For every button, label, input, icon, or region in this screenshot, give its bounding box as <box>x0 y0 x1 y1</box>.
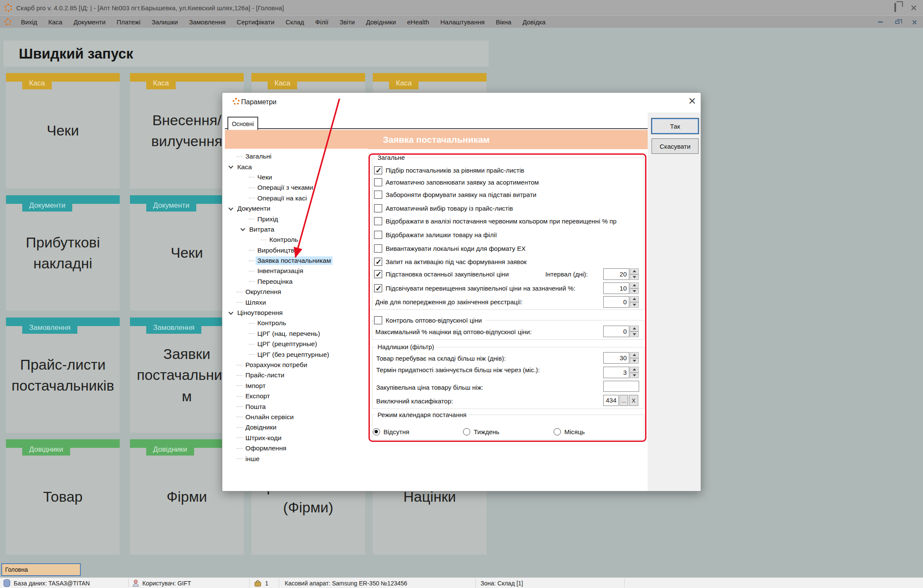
window-title: Скарб pro v. 4.0.2.85 [ІД: | - [Апт №003… <box>16 4 284 12</box>
mdi-restore-icon[interactable] <box>889 16 906 28</box>
user-icon <box>133 579 139 587</box>
tree-item-tsinoutvorennya[interactable]: Ціноутворення <box>226 308 369 318</box>
tree-item-eksport[interactable]: Експорт <box>226 391 369 401</box>
annotation-rectangle <box>369 153 646 442</box>
tree-item-shtrykh-kody[interactable]: Штрих-коди <box>226 433 369 443</box>
tab-osnovni[interactable]: Основні <box>227 117 258 130</box>
ok-button[interactable]: Так <box>652 118 699 134</box>
tile-cheky-kasa[interactable]: Каса Чеки <box>6 73 120 188</box>
statusbar: База даних: TASA3@TITAN Користувач: GIFT… <box>0 577 923 588</box>
tree-item-pereotsinka[interactable]: Переоцінка <box>226 276 369 287</box>
cancel-button[interactable]: Скасувати <box>652 138 699 154</box>
close-icon[interactable]: × <box>911 3 917 12</box>
menu-payments[interactable]: Платежі <box>111 18 146 26</box>
dialog-close-icon[interactable]: × <box>685 94 699 108</box>
tree-item-import[interactable]: Імпорт <box>226 381 369 391</box>
mdi-close-icon[interactable]: × <box>906 16 923 28</box>
cancel-button-label: Скасувати <box>660 143 690 150</box>
menu-reports[interactable]: Звіти <box>334 18 360 26</box>
statusbar-database: База даних: TASA3@TITAN <box>14 580 90 587</box>
tab-osnovni-label: Основні <box>232 121 254 127</box>
tree-item-rozrakhunok-potreby[interactable]: Розрахунок потреби <box>226 360 369 370</box>
tree-item-tsrh-retsept[interactable]: ЦРГ (рецептурные) <box>226 339 369 349</box>
restore-icon[interactable] <box>894 4 896 12</box>
menu-references[interactable]: Довідники <box>360 18 401 26</box>
chevron-down-icon[interactable] <box>228 164 233 168</box>
tree-item-poshta[interactable]: Пошта <box>226 401 369 412</box>
menu-orders[interactable]: Замовлення <box>183 18 231 26</box>
statusbar-zone: Зона: Склад [1] <box>481 580 523 587</box>
menu-certificates[interactable]: Сертифікати <box>231 18 280 26</box>
quick-launch-header: Швидкий запуск <box>3 41 489 67</box>
tab-holovna[interactable]: Головна <box>1 563 81 576</box>
tree-item-oformlennya[interactable]: Оформлення <box>226 443 369 453</box>
dialog-title: Параметри <box>241 98 277 106</box>
dialog-button-strip <box>648 112 701 491</box>
chevron-down-icon[interactable] <box>228 310 233 315</box>
menu-exit[interactable]: Вихід <box>15 18 43 26</box>
menu-settings[interactable]: Налаштування <box>435 18 490 26</box>
tile-tovar[interactable]: Довідники Товар <box>6 439 120 555</box>
menu-help[interactable]: Довідка <box>517 18 551 26</box>
menu-logo-icon <box>4 18 12 26</box>
menu-documents[interactable]: Документи <box>68 18 111 26</box>
device-count-icon <box>254 580 262 587</box>
tree-item-okruhlennya[interactable]: Округлення <box>226 287 369 297</box>
mdi-minimize-icon[interactable] <box>872 16 889 28</box>
menu-branches[interactable]: Філії <box>310 18 334 26</box>
tree-item-tsrh-nats[interactable]: ЦРГ (нац. перечень) <box>226 329 369 339</box>
menu-windows[interactable]: Вікна <box>490 18 517 26</box>
chevron-down-icon[interactable] <box>240 226 245 231</box>
app-logo-icon <box>4 4 12 12</box>
page-title: Швидкий запуск <box>19 46 133 62</box>
tab-holovna-label: Головна <box>5 566 28 573</box>
tree-item-dovidnyky[interactable]: Довідники <box>226 422 369 432</box>
database-icon <box>3 579 10 587</box>
dialog-logo-icon <box>233 98 240 105</box>
tile-prybutkovi-nakladni[interactable]: Документи Прибуткові накладні <box>6 195 120 311</box>
ok-button-label: Так <box>670 123 680 130</box>
tree-item-onlain-servisy[interactable]: Онлайн сервіси <box>226 412 369 422</box>
tile-label: Товар <box>9 439 116 555</box>
tree-item-price-lysty[interactable]: Прайс-листи <box>226 370 369 380</box>
chevron-down-icon[interactable] <box>228 206 233 210</box>
tile-label: Чеки <box>9 73 116 188</box>
tile-label: Прибуткові накладні <box>9 195 116 311</box>
statusbar-count: 1 <box>265 580 268 587</box>
tile-price-lists[interactable]: Замовлення Прайс-листи постачальників <box>6 318 120 433</box>
window-titlebar: Скарб pro v. 4.0.2.85 [ІД: | - [Апт №003… <box>0 0 923 15</box>
menu-stock[interactable]: Залишки <box>146 18 184 26</box>
tree-item-tsrh-bez-retsept[interactable]: ЦРГ (без рецептурные) <box>226 349 369 359</box>
annotation-arrow <box>274 95 368 266</box>
tree-item-kontrol-tsiny[interactable]: Контроль <box>226 318 369 328</box>
tile-label: Прайс-листи постачальників <box>9 318 116 433</box>
statusbar-user: Користувач: GIFT <box>142 580 191 587</box>
menubar: Вихід Каса Документи Платежі Залишки Зам… <box>0 15 923 28</box>
menu-ehealth[interactable]: eHealth <box>401 18 435 26</box>
statusbar-register: Касовий апарат: Samsung ER-350 №123456 <box>285 580 407 587</box>
tree-item-inshe[interactable]: інше <box>226 453 369 464</box>
tree-item-inventaryzatsiya[interactable]: Інвентаризація <box>226 266 369 276</box>
menu-warehouse[interactable]: Склад <box>280 18 310 26</box>
tree-item-shlyakhy[interactable]: Шляхи <box>226 297 369 307</box>
menu-kasa[interactable]: Каса <box>43 18 68 26</box>
